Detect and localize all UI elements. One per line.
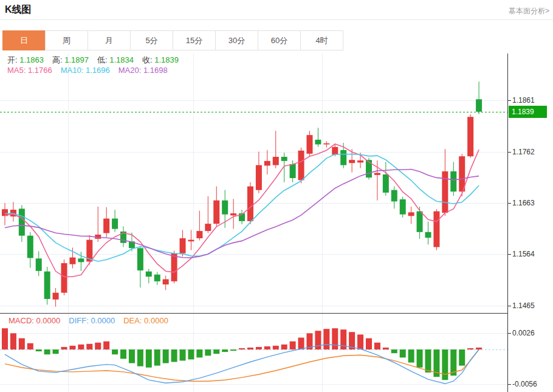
candle-body <box>281 157 287 161</box>
candle-body <box>112 219 118 229</box>
candle-body <box>53 293 59 300</box>
candle-body <box>450 171 456 191</box>
macd-bar <box>264 346 270 349</box>
ma-readout: MA5: 1.1766MA10: 1.1696MA20: 1.1698 <box>7 66 176 75</box>
macd-bar <box>247 348 253 349</box>
candle-body <box>180 238 186 253</box>
candle-body <box>298 151 304 181</box>
candle-body <box>146 272 152 277</box>
macd-bar <box>273 346 279 349</box>
candle-body <box>442 171 448 213</box>
candle-body <box>374 173 380 174</box>
candle-body <box>273 157 279 165</box>
candle-body <box>290 164 296 178</box>
candle-body <box>61 263 67 293</box>
readout-item: 高: 1.1897 <box>52 55 89 64</box>
readout-item: 低: 1.1834 <box>97 55 134 64</box>
candle-body <box>27 236 33 258</box>
macd-bar <box>180 349 186 360</box>
readout-item: MA10: 1.1696 <box>61 66 110 75</box>
readout-item: 开: 1.1863 <box>7 55 44 64</box>
ma10-line <box>5 154 479 261</box>
dea-line <box>5 349 479 381</box>
macd-tick-label: 0.0026 <box>512 328 551 338</box>
macd-bar <box>120 349 126 359</box>
macd-bar <box>366 339 372 349</box>
candle-body <box>247 187 253 221</box>
candle-body <box>19 208 25 235</box>
candle-body <box>137 248 143 270</box>
macd-bar <box>53 349 59 354</box>
macd-bar <box>27 343 33 349</box>
readout-item: 收: 1.1839 <box>142 55 179 64</box>
candle-body <box>357 160 363 162</box>
macd-bar <box>112 349 118 354</box>
candle-body <box>349 160 355 163</box>
macd-bar <box>459 349 465 366</box>
macd-bar <box>36 349 42 351</box>
candle-body <box>417 211 423 232</box>
macd-bar <box>391 349 397 353</box>
readout-item: MA20: 1.1698 <box>118 66 168 75</box>
macd-bar <box>400 349 406 357</box>
candle-body <box>213 201 219 224</box>
macd-bar <box>374 343 380 349</box>
candle-body <box>154 275 160 281</box>
candle-body <box>340 150 346 165</box>
macd-bar <box>230 349 236 351</box>
macd-bar <box>196 349 202 357</box>
readout-item: MA5: 1.1766 <box>7 66 52 75</box>
macd-bar <box>86 344 92 349</box>
candle-body <box>306 135 312 154</box>
macd-bar <box>205 349 211 356</box>
macd-bar <box>10 333 16 349</box>
price-tick-label: 1.1861 <box>512 95 551 105</box>
candle-body <box>188 240 194 242</box>
readout-item: DEA: 0.0000 <box>123 316 168 325</box>
macd-bar <box>129 349 135 363</box>
macd-bar <box>154 349 160 366</box>
candle-body <box>400 199 406 215</box>
candle-body <box>36 258 42 270</box>
macd-bar <box>2 328 8 349</box>
macd-bar <box>19 339 25 349</box>
candle-body <box>383 174 389 193</box>
readout-item: DIFF: 0.0000 <box>69 316 115 325</box>
macd-bar <box>146 349 152 368</box>
macd-bar <box>476 348 482 349</box>
candle-body <box>44 272 50 299</box>
macd-bar <box>383 348 389 349</box>
macd-bar <box>78 345 84 349</box>
candle-body <box>315 140 321 145</box>
macd-readout: MACD: 0.0000DIFF: 0.0000DEA: 0.0000 <box>9 316 177 325</box>
macd-tick-label: -0.0056 <box>512 379 551 389</box>
price-tick-label: 1.1663 <box>512 198 551 208</box>
macd-bar <box>213 349 219 354</box>
candle-body <box>222 201 228 215</box>
macd-bar <box>290 342 296 349</box>
macd-bar <box>315 331 321 349</box>
macd-bar <box>417 349 423 368</box>
candle-body <box>323 143 329 145</box>
candle-body <box>467 117 473 156</box>
macd-bar <box>95 343 101 349</box>
macd-bar <box>323 329 329 349</box>
macd-bar <box>163 349 169 363</box>
candle-body <box>69 258 75 264</box>
candle-body <box>433 211 439 247</box>
macd-bar <box>137 349 143 366</box>
macd-bar <box>425 349 431 373</box>
ohlc-readout: 开: 1.1863高: 1.1897低: 1.1834收: 1.1839 <box>7 55 187 66</box>
kline-page: K线图 基本面分析> 日周月5分15分30分60分4时 开: 1.1863高: … <box>0 0 553 392</box>
candle-body <box>103 219 109 233</box>
macd-bar <box>61 347 67 349</box>
macd-bar <box>188 349 194 359</box>
readout-item: MACD: 0.0000 <box>9 316 60 325</box>
candle-body <box>205 224 211 231</box>
candle-body <box>256 165 262 190</box>
candle-body <box>391 190 397 202</box>
candle-body <box>476 99 482 111</box>
candle-body <box>163 279 169 284</box>
candle-body <box>171 253 177 281</box>
macd-bar <box>171 349 177 362</box>
